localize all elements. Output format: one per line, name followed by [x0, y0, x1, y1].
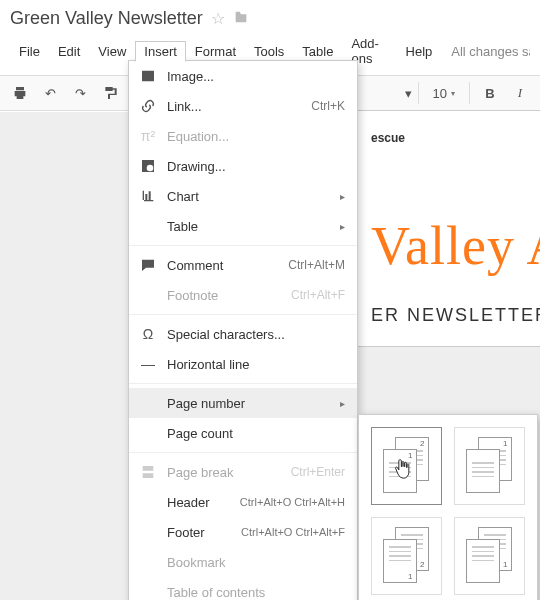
drawing-icon: [139, 158, 157, 174]
svg-point-0: [147, 165, 154, 172]
bold-button[interactable]: B: [476, 79, 504, 107]
font-size-value: 10: [433, 86, 447, 101]
insert-comment[interactable]: Comment Ctrl+Alt+M: [129, 250, 357, 280]
insert-image[interactable]: Image...: [129, 61, 357, 91]
submenu-arrow-icon: ▸: [340, 191, 345, 202]
insert-page-count[interactable]: Page count: [129, 418, 357, 448]
page-number-option-footer-all[interactable]: 2 1: [371, 517, 442, 595]
insert-table[interactable]: Table ▸: [129, 211, 357, 241]
page-number-option-header-all[interactable]: 2 1: [371, 427, 442, 505]
insert-page-number[interactable]: Page number ▸: [129, 388, 357, 418]
undo-button[interactable]: ↶: [36, 79, 64, 107]
insert-horizontal-line[interactable]: — Horizontal line: [129, 349, 357, 379]
submenu-arrow-icon: ▸: [340, 398, 345, 409]
save-status: All changes saved: [451, 44, 530, 59]
doc-subhead: ER NEWSLETTER: [371, 305, 540, 326]
star-icon[interactable]: ☆: [211, 9, 225, 28]
shortcut-label: Ctrl+K: [311, 99, 345, 113]
shortcut-label: Ctrl+Alt+O Ctrl+Alt+H: [240, 496, 345, 508]
chevron-down-icon[interactable]: ▾: [405, 86, 412, 101]
menu-table[interactable]: Table: [293, 41, 342, 62]
submenu-arrow-icon: ▸: [340, 221, 345, 232]
paint-format-button[interactable]: [96, 79, 124, 107]
omega-icon: Ω: [139, 326, 157, 342]
menu-format[interactable]: Format: [186, 41, 245, 62]
insert-equation: π² Equation...: [129, 121, 357, 151]
page-break-icon: [139, 464, 157, 480]
insert-header[interactable]: Header Ctrl+Alt+O Ctrl+Alt+H: [129, 487, 357, 517]
font-size-select[interactable]: 10 ▾: [425, 86, 463, 101]
italic-button[interactable]: I: [506, 79, 534, 107]
redo-button[interactable]: ↷: [66, 79, 94, 107]
cursor-hand-icon: [393, 458, 413, 484]
comment-icon: [139, 257, 157, 273]
chevron-down-icon: ▾: [451, 89, 455, 98]
chart-icon: [139, 188, 157, 204]
menu-insert[interactable]: Insert: [135, 41, 186, 62]
menu-file[interactable]: File: [10, 41, 49, 62]
document-title[interactable]: Green Valley Newsletter: [10, 8, 203, 29]
shortcut-label: Ctrl+Alt+O Ctrl+Alt+F: [241, 526, 345, 538]
doc-headline: Valley A: [371, 215, 540, 277]
doc-text-line: escue: [371, 131, 540, 145]
insert-page-break: Page break Ctrl+Enter: [129, 457, 357, 487]
insert-dropdown: Image... Link... Ctrl+K π² Equation... D…: [128, 60, 358, 600]
menu-view[interactable]: View: [89, 41, 135, 62]
insert-footer[interactable]: Footer Ctrl+Alt+O Ctrl+Alt+F: [129, 517, 357, 547]
insert-special-chars[interactable]: Ω Special characters...: [129, 319, 357, 349]
folder-icon[interactable]: [233, 9, 249, 29]
shortcut-label: Ctrl+Alt+F: [291, 288, 345, 302]
menu-help[interactable]: Help: [397, 41, 442, 62]
menu-edit[interactable]: Edit: [49, 41, 89, 62]
shortcut-label: Ctrl+Alt+M: [288, 258, 345, 272]
menu-tools[interactable]: Tools: [245, 41, 293, 62]
equation-icon: π²: [139, 128, 157, 144]
page-number-option-footer-skip-first[interactable]: 1: [454, 517, 525, 595]
print-button[interactable]: [6, 79, 34, 107]
link-icon: [139, 98, 157, 114]
insert-drawing[interactable]: Drawing...: [129, 151, 357, 181]
insert-bookmark: Bookmark: [129, 547, 357, 577]
image-icon: [139, 68, 157, 84]
line-icon: —: [139, 356, 157, 372]
insert-link[interactable]: Link... Ctrl+K: [129, 91, 357, 121]
page-number-option-header-skip-first[interactable]: 1: [454, 427, 525, 505]
insert-toc: Table of contents: [129, 577, 357, 600]
insert-chart[interactable]: Chart ▸: [129, 181, 357, 211]
insert-footnote: Footnote Ctrl+Alt+F: [129, 280, 357, 310]
shortcut-label: Ctrl+Enter: [291, 465, 345, 479]
page-number-submenu: 2 1 1 2 1 1: [358, 414, 538, 600]
